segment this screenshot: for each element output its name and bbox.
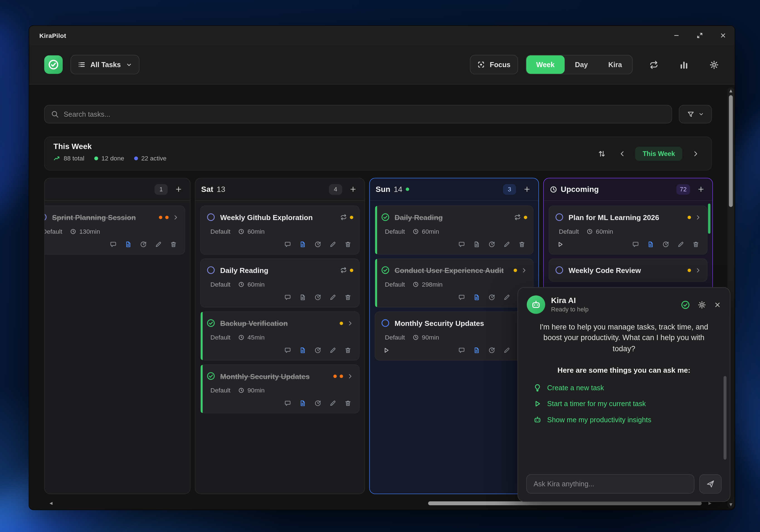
tab-week[interactable]: Week [526,56,565,74]
notes-button[interactable] [473,294,480,300]
task-checkbox[interactable] [381,266,390,274]
comment-button[interactable] [458,241,465,247]
history-button[interactable] [488,347,495,353]
add-task-button[interactable] [347,183,358,195]
maximize-button[interactable] [688,25,712,45]
task-card[interactable]: Conduct User Experience AuditDefault298m… [375,258,534,307]
task-checkbox[interactable] [555,266,564,274]
notes-button[interactable] [125,241,131,247]
expand-card-button[interactable] [695,267,701,273]
add-task-button[interactable] [172,183,184,195]
delete-button[interactable] [170,241,177,247]
suggestion-2[interactable]: Start a timer for my current task [534,400,714,408]
notes-button[interactable] [299,241,306,247]
comment-button[interactable] [110,241,117,247]
history-button[interactable] [314,347,321,353]
tab-day[interactable]: Day [565,56,598,74]
task-checkbox[interactable] [381,213,390,221]
task-checkbox[interactable] [381,319,390,327]
history-button[interactable] [488,241,495,247]
task-card[interactable]: Monthly Security UpdatesDefault90min [375,311,534,360]
task-checkbox[interactable] [207,319,215,327]
edit-button[interactable] [330,347,336,353]
edit-button[interactable] [503,294,510,300]
expand-card-button[interactable] [347,320,353,327]
task-card[interactable]: Plan for ML Learning 2026Default60min [548,205,707,254]
expand-card-button[interactable] [172,214,179,220]
close-button[interactable] [712,25,735,45]
task-checkbox[interactable] [207,213,215,221]
prev-week-button[interactable] [615,146,629,161]
notes-button[interactable] [473,241,480,247]
focus-button[interactable]: Focus [470,55,518,74]
vertical-scrollbar-thumb[interactable] [729,95,733,207]
scroll-left-arrow[interactable]: ◀ [48,500,54,507]
comment-button[interactable] [284,241,291,247]
delete-button[interactable] [345,294,351,300]
send-button[interactable] [699,474,722,494]
sort-button[interactable] [594,146,609,161]
search-input[interactable] [64,110,665,118]
delete-button[interactable] [692,241,699,247]
delete-button[interactable] [518,241,525,247]
edit-button[interactable] [330,294,336,300]
edit-button[interactable] [503,241,510,247]
scroll-up-arrow[interactable]: ▲ [728,87,734,94]
task-checkbox[interactable] [44,213,47,221]
task-card[interactable]: Backup VerificationDefault45min [200,311,360,360]
task-checkbox[interactable] [555,213,564,221]
history-button[interactable] [662,241,669,247]
expand-card-button[interactable] [521,267,527,273]
chat-settings-button[interactable] [698,300,706,309]
add-task-button[interactable] [521,183,533,195]
edit-button[interactable] [677,241,684,247]
history-button[interactable] [314,241,321,247]
column-scrollbar-thumb[interactable] [708,203,710,234]
comment-button[interactable] [458,347,465,353]
edit-button[interactable] [503,347,510,353]
history-button[interactable] [314,400,321,407]
edit-button[interactable] [155,241,162,247]
delete-button[interactable] [345,400,351,407]
task-card[interactable]: Daily ReadingDefault60min [375,205,534,254]
chat-close-button[interactable] [714,301,721,308]
notes-button[interactable] [473,347,480,353]
recurring-tasks-button[interactable] [644,56,663,74]
current-period-button[interactable]: This Week [636,147,682,161]
task-card[interactable]: Weekly Github ExplorationDefault60min [200,205,360,254]
task-card[interactable]: Monthly Security UpdatesDefault90min [200,364,360,413]
history-button[interactable] [314,294,321,300]
suggestion-1[interactable]: Create a new task [534,384,714,392]
history-button[interactable] [488,294,495,300]
task-card[interactable]: Weekly Code Review [548,258,707,282]
edit-button[interactable] [330,241,336,247]
edit-button[interactable] [330,400,336,407]
notes-button[interactable] [299,294,306,300]
notes-button[interactable] [299,400,306,407]
comment-button[interactable] [458,294,465,300]
comment-button[interactable] [284,294,291,300]
start-timer-button[interactable] [557,241,564,247]
notes-button[interactable] [299,347,306,353]
delete-button[interactable] [345,241,351,247]
notes-button[interactable] [647,241,654,247]
horizontal-scrollbar-thumb[interactable] [428,501,702,505]
delete-button[interactable] [345,347,351,353]
suggestion-3[interactable]: Show me my productivity insights [534,416,714,424]
history-button[interactable] [140,241,147,247]
add-task-button[interactable] [695,183,706,195]
task-card[interactable]: Daily ReadingDefault60min [200,258,360,307]
expand-card-button[interactable] [347,373,353,379]
scroll-down-arrow[interactable]: ▼ [728,501,734,508]
comment-button[interactable] [284,400,291,407]
start-timer-button[interactable] [383,347,390,353]
comment-button[interactable] [632,241,639,247]
task-filter-button[interactable]: All Tasks [71,55,139,74]
expand-card-button[interactable] [695,214,701,220]
minimize-button[interactable] [665,25,688,45]
task-checkbox[interactable] [207,372,215,380]
stats-button[interactable] [675,56,693,74]
next-week-button[interactable] [688,146,703,161]
filter-button[interactable] [679,105,712,123]
task-checkbox[interactable] [207,266,215,274]
